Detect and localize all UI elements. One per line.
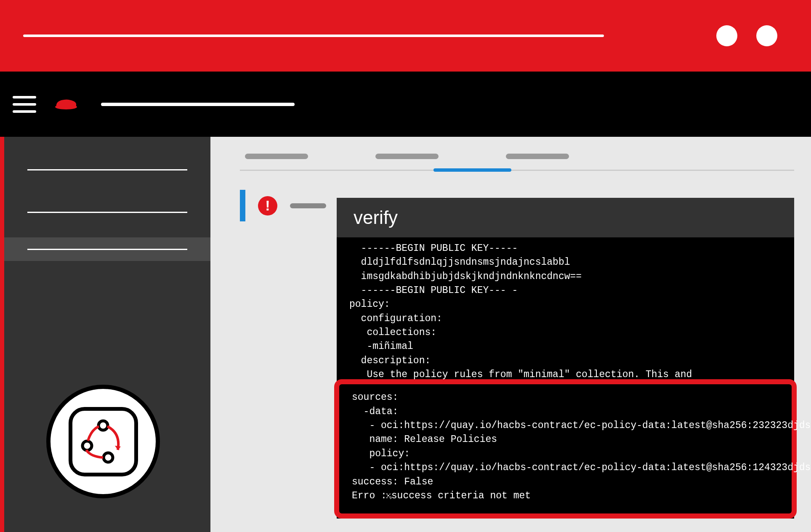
sidebar xyxy=(0,137,210,532)
alert-glyph: ! xyxy=(265,197,270,214)
terminal-output-upper: ------BEGIN PUBLIC KEY----- dldjlfdlfsdn… xyxy=(337,237,794,382)
svg-point-4 xyxy=(104,453,113,462)
pipeline-badge xyxy=(46,385,160,498)
app-frame: ! verify ------BEGIN PUBLIC KEY----- dld… xyxy=(0,0,811,532)
main-panel: ! verify ------BEGIN PUBLIC KEY----- dld… xyxy=(210,137,811,532)
content-area: ! verify ------BEGIN PUBLIC KEY----- dld… xyxy=(0,137,811,532)
header-title-placeholder xyxy=(101,103,295,106)
active-tab-indicator xyxy=(433,168,511,172)
svg-point-1 xyxy=(55,104,77,109)
window-control-1[interactable] xyxy=(716,25,737,46)
terminal-error-highlight: sources: -data: - oci:https://quay.io/ha… xyxy=(334,379,797,519)
tab-divider xyxy=(240,170,794,171)
alert-icon: ! xyxy=(258,196,277,215)
tab-3-active[interactable] xyxy=(506,154,569,159)
window-controls xyxy=(716,25,777,46)
cycle-icon xyxy=(69,407,138,476)
window-control-2[interactable] xyxy=(756,25,777,46)
sidebar-item-2[interactable] xyxy=(4,200,210,224)
redhat-fedora-icon xyxy=(53,94,80,114)
app-header xyxy=(0,72,811,137)
tab-1[interactable] xyxy=(245,154,308,159)
tab-2[interactable] xyxy=(375,154,439,159)
tabs xyxy=(245,154,794,159)
terminal-panel: verify ------BEGIN PUBLIC KEY----- dldjl… xyxy=(337,198,794,519)
step-label-placeholder xyxy=(290,203,326,208)
sidebar-item-1[interactable] xyxy=(4,158,210,181)
svg-point-2 xyxy=(98,421,108,430)
svg-marker-5 xyxy=(115,446,121,450)
hamburger-menu-icon[interactable] xyxy=(13,96,36,113)
terminal-title: verify xyxy=(337,198,794,237)
browser-topbar xyxy=(0,0,811,72)
url-bar-placeholder[interactable] xyxy=(23,35,604,37)
step-active-marker xyxy=(240,190,245,221)
sidebar-item-3-active[interactable] xyxy=(4,237,210,261)
svg-point-3 xyxy=(82,441,92,450)
